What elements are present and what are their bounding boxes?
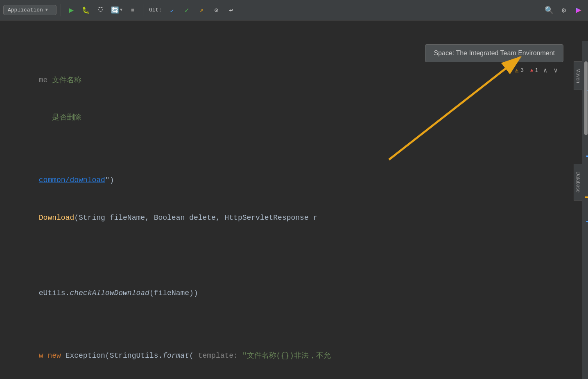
- reload-dropdown-icon: ▼: [120, 8, 122, 12]
- format-open: (: [189, 352, 198, 360]
- warning-triangle-icon: ⚠: [515, 66, 519, 74]
- code-line-1: me 文件名称: [12, 61, 555, 99]
- code-line-blank-2: [12, 149, 555, 162]
- coverage-icon: 🛡: [97, 6, 104, 14]
- reload-button[interactable]: 🔄 ▼: [109, 4, 124, 16]
- annotation-paren: "): [105, 176, 114, 184]
- error-number: 1: [535, 67, 538, 74]
- comment-prefix-1: me: [39, 76, 52, 84]
- play-icon: ▶: [69, 5, 74, 15]
- git-history-icon: ⊙: [214, 6, 218, 14]
- code-line-blank-1: [12, 137, 555, 149]
- comment-indent: [39, 113, 52, 122]
- settings-icon: ⚙: [562, 6, 566, 15]
- format-method: format: [163, 352, 189, 360]
- debug-icon: 🐛: [82, 6, 90, 14]
- warnings-bar: ⚠ 3 ▲ 1 ∧ ∨: [515, 65, 559, 75]
- search-icon: 🔍: [545, 6, 554, 15]
- comment-text-1: 文件名称: [52, 76, 81, 84]
- space-icon: ▶: [576, 5, 581, 16]
- method-name: Download: [39, 214, 74, 222]
- template-string: "文件名称({})非法，不允: [242, 352, 331, 360]
- git-history-button[interactable]: ⊙: [210, 4, 222, 16]
- warning-number: 3: [520, 67, 524, 74]
- toolbar-divider-2: [143, 4, 143, 16]
- stop-icon: ■: [131, 7, 134, 14]
- utils-arg: (fileName)): [149, 289, 198, 297]
- database-tab[interactable]: Database: [574, 164, 582, 201]
- code-line-method: Download(String fileName, Boolean delete…: [12, 199, 555, 237]
- utils-call: eUtils.: [39, 289, 70, 297]
- stop-button[interactable]: ■: [127, 4, 139, 16]
- scrollbar-track[interactable]: [582, 41, 588, 379]
- git-commit-icon: ✓: [185, 6, 189, 15]
- debug-button[interactable]: 🐛: [80, 4, 92, 16]
- database-tab-label: Database: [575, 171, 581, 192]
- toolbar-divider-1: [61, 4, 61, 16]
- scrollbar-marker-yellow: [585, 196, 588, 198]
- git-update-button[interactable]: ↙: [166, 4, 178, 16]
- git-commit-button[interactable]: ✓: [181, 4, 193, 16]
- space-tooltip: Space: The Integrated Team Environment: [425, 44, 563, 62]
- reload-icon: 🔄: [111, 6, 119, 14]
- git-label: Git:: [149, 7, 162, 13]
- code-line-blank-5: [12, 262, 555, 275]
- code-line-throw: w new Exception(StringUtils.format( temp…: [12, 337, 555, 374]
- git-push-icon: ↗: [199, 6, 204, 14]
- warning-count: ⚠ 3: [515, 66, 524, 74]
- error-count: ▲ 1: [530, 67, 538, 74]
- method-params: (String fileName, Boolean delete, HttpSe…: [74, 214, 317, 222]
- error-triangle-icon: ▲: [530, 68, 533, 73]
- exception-class: Exception(StringUtils.: [66, 352, 163, 360]
- code-line-utils: eUtils.checkAllowDownload(fileName)): [12, 274, 555, 312]
- scrollbar-thumb[interactable]: [584, 61, 588, 135]
- undo-icon: ↩: [229, 6, 233, 14]
- next-issue-button[interactable]: ∨: [552, 65, 559, 75]
- app-selector-label: Application: [8, 7, 43, 13]
- utils-method: checkAllowDownload: [70, 289, 149, 297]
- prev-issue-button[interactable]: ∧: [542, 65, 549, 75]
- template-label: template:: [198, 352, 242, 360]
- annotation-link: common/download: [39, 176, 105, 184]
- git-update-icon: ↙: [170, 6, 174, 14]
- code-editor[interactable]: me 文件名称 是否删除 common/download") Download(…: [0, 53, 568, 379]
- toolbar: Application ▼ ▶ 🐛 🛡 🔄 ▼ ■ Git: ↙ ✓ ↗ ⊙: [0, 0, 588, 20]
- space-tooltip-text: Space: The Integrated Team Environment: [434, 50, 555, 56]
- code-line-annotation: common/download"): [12, 162, 555, 199]
- code-line-blank-4: [12, 249, 555, 262]
- code-line-blank-3: [12, 237, 555, 249]
- scrollbar-marker-blue-3: [586, 221, 588, 222]
- git-push-button[interactable]: ↗: [195, 4, 208, 16]
- maven-tab-label: Maven: [575, 68, 581, 83]
- run-button[interactable]: ▶: [65, 4, 77, 16]
- app-selector[interactable]: Application ▼: [3, 5, 57, 15]
- code-line-blank-7: [12, 324, 555, 337]
- scrollbar-marker-blue-2: [586, 156, 588, 157]
- coverage-button[interactable]: 🛡: [95, 4, 107, 16]
- comment-text-2: 是否删除: [52, 113, 81, 122]
- code-line-blank-6: [12, 312, 555, 325]
- throw-keyword: w new: [39, 352, 66, 360]
- maven-tab[interactable]: Maven: [574, 61, 582, 90]
- code-line-2: 是否删除: [12, 99, 555, 137]
- chevron-down-icon: ▼: [45, 8, 48, 12]
- editor-area: ⚠ 3 ▲ 1 ∧ ∨ Space: The Integrated Team E…: [0, 20, 588, 379]
- undo-button[interactable]: ↩: [225, 4, 237, 16]
- settings-button[interactable]: ⚙: [558, 4, 570, 16]
- search-button[interactable]: 🔍: [543, 4, 555, 16]
- space-button[interactable]: ▶: [572, 4, 585, 16]
